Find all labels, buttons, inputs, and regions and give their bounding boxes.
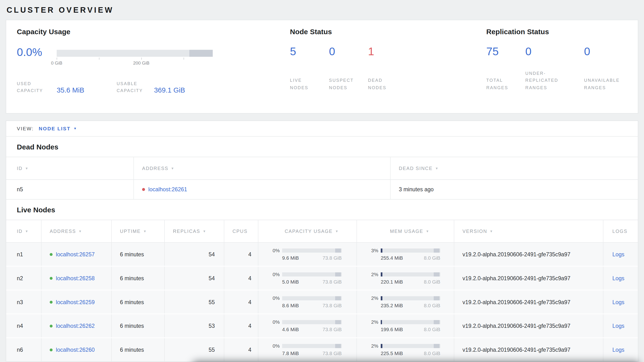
- capacity-usage-cell: 0% 4.6 MiB 73.8 GiB: [258, 314, 357, 337]
- chevron-down-icon: ▼: [74, 127, 77, 130]
- usable-capacity-value: 369.1 GiB: [154, 86, 185, 94]
- total-ranges-metric: 75 TOTAL RANGES: [486, 45, 525, 91]
- mem-usage-cell: 2% 220.1 MiB 8.0 GiB: [357, 267, 454, 290]
- uptime-cell: 6 minutes: [112, 290, 165, 313]
- dead-status-icon: [142, 188, 145, 191]
- node-address-link[interactable]: localhost:26261: [148, 186, 187, 193]
- dead-since-cell: 3 minutes ago: [390, 180, 638, 199]
- logs-cell: Logs: [604, 314, 638, 337]
- mem-total-value: 8.0 GiB: [424, 327, 440, 332]
- node-id-cell: n2: [6, 267, 42, 290]
- node-address-link[interactable]: localhost:26259: [56, 299, 95, 305]
- capacity-usage-cell: 0% 7.8 MiB 73.8 GiB: [258, 338, 357, 361]
- logs-link[interactable]: Logs: [612, 251, 624, 257]
- node-address-cell: localhost:26262: [42, 314, 112, 337]
- page-title: CLUSTER OVERVIEW: [6, 0, 638, 20]
- mem-used-value: 255.4 MiB: [381, 255, 403, 261]
- node-id-cell: n5: [6, 180, 134, 199]
- sort-icon: ▼: [435, 166, 438, 170]
- mem-bar: [381, 296, 440, 300]
- mem-percent: 2%: [357, 319, 381, 325]
- cpus-cell: 4: [224, 314, 258, 337]
- replication-status-panel: Replication Status 75 TOTAL RANGES 0 UND…: [486, 28, 633, 91]
- sort-icon: ▼: [25, 229, 28, 233]
- node-address-cell: localhost:26259: [42, 290, 112, 313]
- replicas-cell: 54: [165, 267, 224, 290]
- node-address-link[interactable]: localhost:26258: [56, 275, 95, 281]
- dead-nodes-metric: 1 DEAD NODES: [368, 45, 407, 91]
- column-header-replicas[interactable]: REPLICAS ▼: [165, 220, 224, 242]
- node-address-link[interactable]: localhost:26262: [56, 323, 95, 329]
- unavailable-ranges-metric: 0 UNAVAILABLE RANGES: [584, 45, 633, 91]
- capacity-used-value: 5.0 MiB: [282, 279, 299, 285]
- unavailable-ranges-count: 0: [584, 45, 633, 58]
- mem-max-marker: [434, 296, 440, 300]
- mem-bar: [381, 248, 440, 253]
- dead-nodes-label: DEAD NODES: [368, 77, 397, 91]
- sort-icon: ▼: [171, 166, 174, 170]
- capacity-percent: 0%: [258, 319, 282, 325]
- view-selector-bar: VIEW: NODE LIST ▼: [6, 121, 638, 136]
- live-nodes-count: 5: [290, 45, 329, 58]
- node-address-cell: localhost:26258: [42, 267, 112, 290]
- logs-link[interactable]: Logs: [612, 347, 624, 353]
- logs-link[interactable]: Logs: [612, 323, 624, 329]
- live-nodes-label: LIVE NODES: [290, 77, 319, 91]
- node-id-cell: n1: [6, 243, 42, 266]
- column-header-mem-usage[interactable]: MEM USAGE ▼: [357, 220, 454, 242]
- capacity-percent: 0%: [258, 295, 282, 301]
- column-header-uptime[interactable]: UPTIME ▼: [112, 220, 165, 242]
- used-capacity-label: USED CAPACITY: [17, 80, 57, 95]
- logs-link[interactable]: Logs: [612, 299, 624, 305]
- capacity-usage-title: Capacity Usage: [17, 28, 280, 36]
- live-nodes-title: Live Nodes: [6, 200, 638, 220]
- column-header-id[interactable]: ID ▼: [6, 157, 134, 179]
- capacity-percent: 0%: [258, 248, 282, 253]
- column-header-address[interactable]: ADDRESS ▼: [42, 220, 112, 242]
- logs-cell: Logs: [604, 338, 638, 361]
- capacity-usage-cell: 0% 8.6 MiB 73.8 GiB: [258, 290, 357, 313]
- node-id-cell: n3: [6, 290, 42, 313]
- view-selected-option: NODE LIST: [39, 126, 70, 131]
- logs-cell: Logs: [604, 267, 638, 290]
- mem-percent: 3%: [357, 248, 381, 253]
- node-address-link[interactable]: localhost:26257: [56, 251, 95, 257]
- sort-icon: ▼: [203, 229, 206, 233]
- capacity-total-value: 73.8 GiB: [322, 255, 342, 261]
- summary-card: Capacity Usage 0.0% 0 GiB 200 GiB: [6, 20, 638, 114]
- capacity-used-value: 8.6 MiB: [282, 303, 299, 308]
- capacity-bar: [282, 320, 342, 324]
- mem-percent: 2%: [357, 272, 381, 277]
- logs-cell: Logs: [604, 290, 638, 313]
- capacity-bar-chart: 0 GiB 200 GiB: [56, 50, 213, 59]
- dead-nodes-count: 1: [368, 45, 407, 58]
- cpus-cell: 4: [224, 243, 258, 266]
- under-replicated-count: 0: [525, 45, 584, 58]
- column-header-dead-since[interactable]: DEAD SINCE ▼: [390, 157, 638, 179]
- sort-icon: ▼: [426, 229, 429, 233]
- usable-capacity-label: USABLE CAPACITY: [117, 80, 154, 95]
- column-header-version[interactable]: VERSION ▼: [454, 220, 604, 242]
- axis-tick-label: 200 GiB: [133, 61, 150, 66]
- uptime-cell: 6 minutes: [112, 338, 165, 361]
- capacity-bar: [56, 50, 213, 57]
- capacity-total-value: 73.8 GiB: [322, 279, 342, 285]
- table-row: n2 localhost:26258 6 minutes 54 4 0%: [6, 267, 638, 290]
- capacity-usage-cell: 0% 9.6 MiB 73.8 GiB: [258, 243, 357, 266]
- total-ranges-count: 75: [486, 45, 525, 58]
- under-replicated-metric: 0 UNDER-REPLICATED RANGES: [525, 45, 584, 91]
- suspect-nodes-count: 0: [329, 45, 368, 58]
- axis-tick-label: 0 GiB: [51, 61, 62, 66]
- column-header-capacity-usage[interactable]: CAPACITY USAGE ▼: [258, 220, 357, 242]
- mem-bar: [381, 320, 440, 324]
- mem-used-value: 235.2 MiB: [381, 303, 403, 308]
- replication-status-title: Replication Status: [486, 28, 633, 36]
- node-address-link[interactable]: localhost:26260: [56, 347, 95, 353]
- view-dropdown[interactable]: NODE LIST ▼: [39, 126, 76, 131]
- logs-link[interactable]: Logs: [612, 275, 624, 281]
- mem-total-value: 8.0 GiB: [424, 350, 440, 356]
- column-header-id[interactable]: ID ▼: [6, 220, 42, 242]
- node-list-card: VIEW: NODE LIST ▼ Dead Nodes ID ▼ ADDRES…: [6, 120, 638, 361]
- live-status-icon: [50, 253, 52, 256]
- column-header-address[interactable]: ADDRESS ▼: [134, 157, 390, 179]
